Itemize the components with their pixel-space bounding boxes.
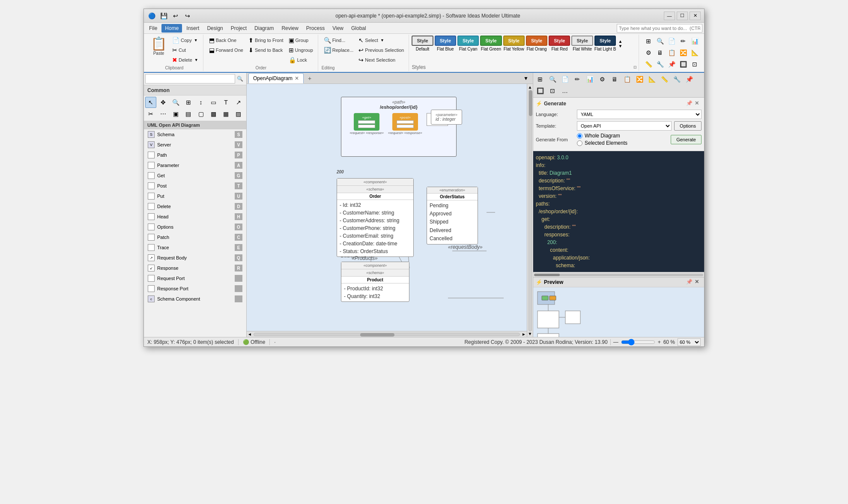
menu-design[interactable]: Design bbox=[203, 24, 226, 33]
rt-gear-btn[interactable]: ⚙ bbox=[596, 74, 608, 85]
rt-btn-4[interactable]: ✏ bbox=[677, 36, 689, 47]
canvas-vscrollbar[interactable]: ▲ ▼ bbox=[527, 84, 533, 337]
preview-close-btn[interactable]: ✕ bbox=[695, 279, 702, 286]
radio-whole-input[interactable] bbox=[577, 133, 582, 139]
rt-box-btn[interactable]: 🔲 bbox=[534, 85, 546, 96]
elem-delete[interactable]: Delete D bbox=[144, 201, 246, 212]
style-default-btn[interactable]: Style bbox=[412, 36, 433, 46]
rt-btn-2[interactable]: 🔍 bbox=[654, 36, 666, 47]
elem-parameter[interactable]: Parameter A bbox=[144, 160, 246, 170]
styles-down[interactable]: ▼ bbox=[618, 44, 622, 48]
back-one-button[interactable]: ⬒ Back One bbox=[207, 36, 245, 45]
style-flat-white-btn[interactable]: Style bbox=[571, 36, 593, 46]
close-button[interactable]: ✕ bbox=[690, 12, 701, 20]
rt-diagram-btn[interactable]: ⊞ bbox=[534, 74, 546, 85]
rt-flow-btn[interactable]: 🔀 bbox=[633, 74, 645, 85]
get-method[interactable]: «get» bbox=[354, 113, 379, 131]
tool-resize[interactable]: ↕ bbox=[195, 97, 206, 108]
tool-arrow[interactable]: ↗ bbox=[233, 97, 244, 108]
menu-view[interactable]: View bbox=[329, 24, 347, 33]
style-flat-blue-btn[interactable]: Style bbox=[435, 36, 456, 46]
tool-text[interactable]: T bbox=[221, 97, 232, 108]
rt-btn-10[interactable]: 📐 bbox=[689, 47, 701, 58]
elem-request-port[interactable]: Request Port bbox=[144, 273, 246, 283]
rt-btn-12[interactable]: 🔧 bbox=[654, 59, 666, 70]
tool-cut2[interactable]: ✂ bbox=[145, 108, 156, 119]
menu-file[interactable]: File bbox=[146, 24, 161, 33]
order-status-enum[interactable]: «enumeration» OrderStatus Pending Approv… bbox=[427, 187, 478, 245]
radio-selected[interactable]: Selected Elements bbox=[577, 140, 627, 146]
rt-ruler-btn[interactable]: 📏 bbox=[658, 74, 670, 85]
menu-insert[interactable]: Insert bbox=[183, 24, 203, 33]
rt-btn-5[interactable]: 📊 bbox=[689, 36, 701, 47]
left-search-icon[interactable]: 🔍 bbox=[235, 75, 245, 83]
rt-expand-btn[interactable]: ⊡ bbox=[546, 85, 558, 96]
rt-edit-btn[interactable]: ✏ bbox=[571, 74, 583, 85]
rt-btn-1[interactable]: ⊞ bbox=[642, 36, 654, 47]
search-box[interactable] bbox=[617, 24, 702, 33]
zoom-plus[interactable]: + bbox=[658, 339, 661, 345]
rt-search-btn[interactable]: 🔍 bbox=[546, 74, 558, 85]
search-input[interactable] bbox=[617, 24, 702, 33]
language-select[interactable]: YAML bbox=[577, 110, 702, 119]
vscroll-track[interactable] bbox=[529, 89, 532, 331]
tab-openapi[interactable]: OpenApiDiagram ✕ bbox=[248, 73, 304, 84]
rt-btn-15[interactable]: ⊡ bbox=[689, 59, 701, 70]
code-output[interactable]: openapi: 3.0.0 info: title: Diagram1 des… bbox=[533, 151, 704, 272]
bring-to-front-button[interactable]: ⬆ Bring to Front bbox=[246, 36, 286, 45]
zoom-slider[interactable] bbox=[621, 339, 655, 346]
rt-clip-btn[interactable]: 📋 bbox=[621, 74, 633, 85]
rt-monitor-btn[interactable]: 🖥 bbox=[609, 74, 621, 85]
vscroll-up[interactable]: ▲ bbox=[528, 85, 532, 89]
menu-process[interactable]: Process bbox=[303, 24, 328, 33]
order-schema[interactable]: «component» «schema» Order - Id: int32 -… bbox=[337, 178, 414, 257]
rt-wrench-btn[interactable]: 🔧 bbox=[671, 74, 683, 85]
template-select[interactable]: Open API bbox=[577, 121, 672, 131]
elem-server[interactable]: V Server V bbox=[144, 140, 246, 150]
tool-select[interactable]: ↖ bbox=[145, 97, 156, 108]
styles-expand[interactable]: ⊡ bbox=[633, 65, 637, 69]
rt-btn-6[interactable]: ⚙ bbox=[642, 47, 654, 58]
hscroll-right[interactable]: ► bbox=[521, 332, 527, 337]
tool-box2[interactable]: ▤ bbox=[183, 108, 194, 119]
elem-request-body[interactable]: ↗ Request Body Q bbox=[144, 253, 246, 263]
minimize-button[interactable]: — bbox=[664, 12, 675, 20]
rt-btn-7[interactable]: 🖥 bbox=[654, 47, 666, 58]
rt-more-btn[interactable]: … bbox=[559, 85, 571, 96]
elem-schema-component[interactable]: c Schema Component bbox=[144, 294, 246, 304]
style-flat-cyan-btn[interactable]: Style bbox=[457, 36, 479, 46]
tool-box3[interactable]: ▢ bbox=[195, 108, 206, 119]
tool-add[interactable]: ⊞ bbox=[183, 97, 194, 108]
cut-button[interactable]: ✂ Cut bbox=[170, 45, 200, 55]
tool-dot[interactable]: ⋯ bbox=[158, 108, 169, 119]
style-flat-lightb-btn[interactable]: Style bbox=[594, 36, 616, 46]
styles-up[interactable]: ▲ bbox=[618, 39, 622, 44]
rt-angle-btn[interactable]: 📐 bbox=[646, 74, 658, 85]
copy-button[interactable]: 📄 Copy ▼ bbox=[170, 36, 200, 45]
vscroll-down[interactable]: ▼ bbox=[528, 331, 532, 336]
lock-button[interactable]: 🔒 Lock bbox=[287, 55, 315, 65]
forward-one-button[interactable]: ⬓ Forward One bbox=[207, 45, 245, 55]
radio-selected-input[interactable] bbox=[577, 140, 582, 146]
tool-box1[interactable]: ▣ bbox=[170, 108, 182, 119]
tool-box5[interactable]: ▦ bbox=[221, 108, 232, 119]
tool-pan[interactable]: ✥ bbox=[158, 97, 169, 108]
zoom-select[interactable]: 60 % 100 % 75 % 50 % bbox=[678, 338, 701, 346]
menu-review[interactable]: Review bbox=[278, 24, 302, 33]
rt-btn-11[interactable]: 📏 bbox=[642, 59, 654, 70]
send-to-back-button[interactable]: ⬇ Send to Back bbox=[246, 45, 286, 55]
redo-icon[interactable]: ↪ bbox=[183, 12, 192, 20]
rt-pin-btn[interactable]: 📌 bbox=[683, 74, 695, 85]
tab-scroll-btn[interactable]: ▼ bbox=[521, 75, 531, 82]
elem-patch[interactable]: Patch C bbox=[144, 232, 246, 242]
generate-btn[interactable]: Generate bbox=[671, 135, 702, 144]
tab-close-btn[interactable]: ✕ bbox=[295, 75, 299, 81]
tab-add-btn[interactable]: + bbox=[305, 74, 314, 83]
elem-post[interactable]: Post T bbox=[144, 181, 246, 191]
menu-home[interactable]: Home bbox=[161, 24, 182, 33]
style-flat-orange-btn[interactable]: Style bbox=[526, 36, 547, 46]
elem-get[interactable]: Get G bbox=[144, 170, 246, 181]
pin-btn[interactable]: 📌 bbox=[686, 100, 693, 107]
replace-button[interactable]: 🔄 Replace... bbox=[322, 45, 356, 55]
elem-options[interactable]: Options O bbox=[144, 222, 246, 232]
